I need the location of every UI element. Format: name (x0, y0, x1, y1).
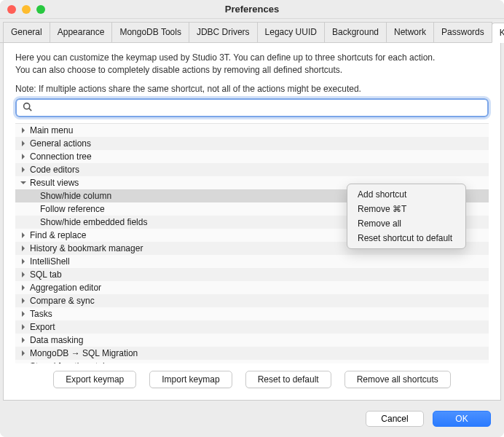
chevron-right-icon[interactable] (18, 259, 28, 264)
tree-group[interactable]: General actions (15, 137, 489, 150)
tree-group[interactable]: SQL tab (15, 268, 489, 281)
intro-text: Here you can customize the keymap used b… (15, 52, 489, 76)
tree-group-label: Main menu (28, 125, 358, 135)
tree-group-label: MongoDB → SQL Migration (28, 348, 358, 358)
titlebar: Preferences (0, 0, 504, 19)
tree-group[interactable]: Compare & sync (15, 294, 489, 307)
tree-group-label: Compare & sync (28, 296, 358, 306)
tree-group[interactable]: Tasks (15, 307, 489, 320)
menu-reset-shortcut[interactable]: Reset shortcut to default (347, 231, 465, 245)
minimize-icon[interactable] (22, 5, 31, 14)
tree-group[interactable]: IntelliShell (15, 255, 489, 268)
chevron-right-icon[interactable] (18, 285, 28, 291)
tab-network[interactable]: Network (386, 22, 434, 42)
ok-button[interactable]: OK (433, 411, 491, 427)
tab-mongodb-tools[interactable]: MongoDB Tools (111, 22, 189, 42)
tree-group-label: Export (28, 322, 358, 332)
tree-group[interactable]: Connection tree (15, 150, 489, 163)
close-icon[interactable] (7, 5, 16, 14)
search-input[interactable] (15, 98, 489, 117)
traffic-lights (7, 5, 45, 14)
tree-group[interactable]: Export (15, 320, 489, 334)
tree-group[interactable]: Stored functions tab (15, 360, 489, 363)
tree-group-label: Code editors (28, 165, 358, 175)
chevron-right-icon[interactable] (18, 324, 28, 330)
tree-group-label: Find & replace (28, 230, 358, 240)
reset-to-default-button[interactable]: Reset to default (245, 371, 331, 388)
tree-group[interactable]: Aggregation editor (15, 281, 489, 294)
tree-group-label: Result views (28, 178, 358, 188)
import-keymap-button[interactable]: Import keymap (149, 371, 232, 388)
tree-group-label: History & bookmark manager (28, 243, 358, 253)
context-menu[interactable]: Add shortcut Remove ⌘T Remove all Reset … (347, 184, 466, 249)
tree-group-label: Stored functions tab (28, 361, 358, 363)
tree-item-label: Show/hide column (39, 191, 358, 201)
chevron-right-icon[interactable] (18, 311, 28, 317)
chevron-right-icon[interactable] (18, 272, 28, 277)
tab-background[interactable]: Background (324, 22, 387, 42)
chevron-right-icon[interactable] (18, 232, 28, 238)
chevron-right-icon[interactable] (18, 298, 28, 304)
intro-line-2: You can also choose to completely disabl… (15, 64, 489, 76)
tab-bar: General Appearance MongoDB Tools JDBC Dr… (0, 19, 504, 43)
tab-general[interactable]: General (3, 22, 50, 42)
chevron-down-icon[interactable] (18, 180, 28, 186)
chevron-right-icon[interactable] (18, 167, 28, 173)
intro-line-1: Here you can customize the keymap used b… (15, 52, 489, 64)
tree-group[interactable]: Data masking (15, 334, 489, 347)
chevron-right-icon[interactable] (18, 337, 28, 343)
tab-legacy-uuid[interactable]: Legacy UUID (257, 22, 325, 42)
cancel-button[interactable]: Cancel (366, 411, 424, 427)
export-keymap-button[interactable]: Export keymap (53, 371, 136, 388)
tree-group[interactable]: Code editors (15, 163, 489, 176)
tree-group-label: IntelliShell (28, 256, 358, 267)
tree-group-label: Aggregation editor (28, 283, 358, 293)
fullscreen-icon[interactable] (36, 5, 45, 14)
preferences-window: Preferences General Appearance MongoDB T… (0, 0, 504, 437)
tree-item-label: Follow reference (39, 204, 358, 214)
tree-group-label: Tasks (28, 309, 358, 319)
tree-item-label: Show/hide embedded fields (39, 217, 358, 227)
tree-group-label: Data masking (28, 335, 358, 345)
tab-passwords[interactable]: Passwords (433, 22, 492, 42)
tree-group-label: SQL tab (28, 269, 358, 280)
chevron-right-icon[interactable] (18, 154, 28, 160)
tree-group-label: Connection tree (28, 151, 358, 162)
chevron-right-icon[interactable] (18, 245, 28, 251)
chevron-right-icon[interactable] (18, 350, 28, 356)
window-title: Preferences (225, 4, 279, 15)
tree-group[interactable]: MongoDB → SQL Migration (15, 347, 489, 360)
remove-all-shortcuts-button[interactable]: Remove all shortcuts (344, 371, 451, 388)
tab-jdbc-drivers[interactable]: JDBC Drivers (189, 22, 258, 42)
dialog-footer: Cancel OK (0, 403, 504, 437)
menu-remove-all[interactable]: Remove all (347, 216, 465, 231)
chevron-right-icon[interactable] (18, 141, 28, 146)
menu-remove-shortcut[interactable]: Remove ⌘T (347, 202, 465, 216)
tree-group-label: General actions (28, 138, 358, 149)
tree-group[interactable]: Main menu (15, 124, 489, 137)
tab-appearance[interactable]: Appearance (50, 22, 113, 42)
search-wrapper (15, 98, 489, 117)
chevron-right-icon[interactable] (18, 127, 28, 133)
menu-add-shortcut[interactable]: Add shortcut (347, 187, 465, 202)
note-text: Note: If multiple actions share the same… (15, 84, 489, 94)
tab-keymap[interactable]: Keymap (492, 23, 504, 43)
action-button-row: Export keymap Import keymap Reset to def… (15, 363, 489, 393)
